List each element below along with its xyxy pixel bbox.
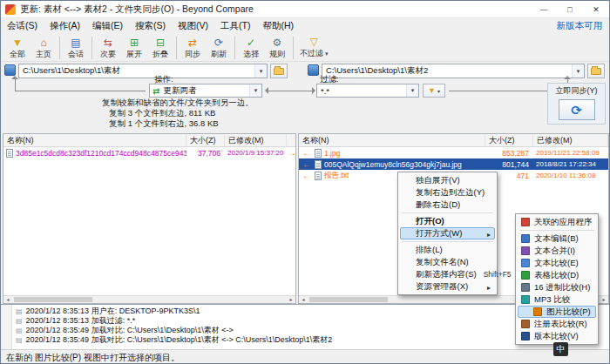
toolbar-rules-button[interactable]: ⚙ 规则 (264, 35, 290, 61)
new-version-link[interactable]: 新版本可用 (557, 20, 603, 32)
column-header-modified[interactable]: 已修改(M) (225, 134, 287, 146)
menu-actions[interactable]: 操作(A) (44, 18, 86, 34)
column-header-size[interactable]: 大小(Z) (186, 134, 225, 146)
openwith-text-edit[interactable]: 文本编辑(B) (518, 233, 596, 245)
scroll-right-icon[interactable]: ▸ (600, 296, 608, 303)
browse-right-button[interactable] (587, 64, 605, 78)
column-header-name[interactable]: 名称(N) (299, 134, 485, 146)
menu-edit[interactable]: 编辑(E) (86, 18, 129, 34)
text-compare-icon (521, 259, 530, 267)
open-with-submenu: 关联的应用程序 文本编辑(B) 文本合并(I) 文本比较(E) 表格比较(D) … (515, 213, 599, 345)
openwith-registry-compare[interactable]: 注册表比较(R) (518, 318, 596, 330)
toolbar-nofilter-button[interactable]: ▽ 不过滤▾ (296, 35, 332, 61)
openwith-hex-compare[interactable]: 16 进制比较(H) (518, 281, 596, 293)
toolbar-sync-label: 同步 (185, 50, 200, 58)
copy-to-right-summary: 复制 1 个文件到右边, 36.8 KB (109, 118, 219, 130)
file-row[interactable]: ← 1.jpg 853,287 2019/11/21 22:58:09 (299, 147, 608, 158)
update-both-icon: ⇄ (152, 86, 159, 96)
file-row[interactable]: 3d85e1c5dcd8c323df1210cd174ccd948c4875ce… (3, 147, 295, 158)
openwith-text-compare[interactable]: 文本比较(E) (518, 257, 596, 269)
sync-arrow-line (15, 78, 16, 91)
openwith-table-compare[interactable]: 表格比较(D) (518, 269, 596, 281)
table-compare-icon (521, 271, 530, 280)
toolbar-home-button[interactable]: ⌂ 主页 (30, 35, 57, 61)
toolbar-minor-button[interactable]: ⇆ 次要 (95, 35, 121, 61)
openwith-text-merge[interactable]: 文本合并(I) (518, 245, 596, 257)
context-open[interactable]: 打开(O) (400, 215, 495, 227)
file-row-selected[interactable]: ← 005QAlQqjw1emuy8cln56g304gkj7jau.jpg 8… (299, 158, 608, 170)
swap-icon: ⇄ (188, 37, 197, 50)
browse-left-button[interactable] (270, 64, 288, 78)
toolbar-home-label: 主页 (36, 50, 51, 58)
horizontal-scrollbar[interactable]: ◂ ▸ (3, 295, 295, 303)
log-entry-icon: ▤ (16, 335, 23, 345)
rules-gear-icon: ⚙ (273, 37, 282, 50)
toolbar-sessions-button[interactable]: ▤ 会话 (63, 35, 89, 61)
picture-compare-icon (533, 307, 542, 316)
context-open-with[interactable]: 打开方式(W) (400, 227, 495, 239)
minor-icon: ⇆ (104, 37, 112, 50)
chevron-down-icon[interactable] (572, 64, 584, 78)
file-name: 3d85e1c5dcd8c323df1210cd174ccd948c4875ce… (16, 149, 186, 158)
openwith-mp3-compare[interactable]: MP3 比较 (518, 293, 596, 306)
close-button[interactable]: ✕ (583, 1, 609, 17)
chevron-down-icon[interactable] (406, 84, 418, 97)
right-path-edit-icon[interactable] (308, 64, 319, 76)
toolbar-refresh-button[interactable]: ⟳ 刷新 (206, 35, 232, 61)
window-title: 更新: 素材 <--> 素材2 - 文件夹同步(O) - Beyond Comp… (20, 3, 254, 16)
toolbar-sync-button[interactable]: ⇄ 同步 (180, 35, 206, 61)
toolbar-minor-label: 次要 (100, 50, 116, 58)
maximize-button[interactable]: □ (557, 1, 583, 17)
toolbar-expand-label: 展开 (126, 50, 142, 58)
column-header-size[interactable]: 大小(Z) (485, 134, 533, 146)
context-expand-alone[interactable]: 独自展开(V) (400, 174, 495, 186)
action-combobox[interactable]: ⇄ 更新两者 (149, 84, 262, 98)
status-text: 在新的 图片比较(P) 视图中打开选择的项目。 (6, 352, 180, 364)
menu-help[interactable]: 帮助(H) (256, 18, 300, 34)
chevron-down-icon[interactable] (254, 64, 267, 78)
context-copy-filename[interactable]: 复制文件名(N) (400, 256, 495, 268)
scroll-left-icon[interactable]: ◂ (299, 296, 308, 303)
minimize-button[interactable]: — (531, 1, 557, 17)
action-value: 更新两者 (159, 85, 249, 97)
openwith-associated-app[interactable]: 关联的应用程序 (518, 216, 596, 228)
context-exclude[interactable]: 排除(L) (400, 244, 495, 256)
sync-now-button[interactable]: ⟳ (559, 99, 595, 120)
menu-session[interactable]: 会话(S) (1, 18, 44, 34)
toolbar-all-button[interactable]: ▼ 全部 (4, 35, 30, 61)
context-menu: 独自展开(V) 复制右边到左边(Y) 删除右边(D) 打开(O) 打开方式(W)… (397, 172, 498, 295)
toolbar-separator (293, 37, 294, 59)
log-entry-icon: ▤ (16, 326, 23, 335)
file-size: 853,287 (485, 149, 533, 158)
scrollbar-thumb[interactable] (14, 297, 92, 302)
menu-search[interactable]: 搜索(S) (129, 18, 172, 34)
filter-combobox[interactable]: *.* (316, 84, 419, 98)
filter-options-button[interactable]: ▼ (423, 84, 445, 98)
menu-separator (519, 230, 594, 231)
scroll-left-icon[interactable]: ◂ (3, 296, 12, 303)
column-header-name[interactable]: 名称(N) (3, 134, 186, 146)
chevron-down-icon[interactable] (249, 84, 261, 97)
left-path-combobox[interactable]: C:\Users\1\Desktop\1\素材 (18, 64, 268, 78)
scroll-right-icon[interactable]: ▸ (287, 296, 295, 303)
context-copy-right-to-left[interactable]: 复制右边到左边(Y) (400, 186, 495, 199)
menu-tools[interactable]: 工具(T) (214, 18, 256, 34)
submenu-arrow-icon (480, 229, 491, 239)
toolbar-separator (92, 37, 92, 59)
context-refresh-selection[interactable]: 刷新选择内容(S)Shift+F5 (400, 268, 495, 280)
openwith-picture-compare[interactable]: 图片比较(P) (518, 306, 596, 318)
left-pane-header: 名称(N) 大小(Z) 已修改(M) (3, 134, 295, 147)
toolbar-collapse-button[interactable]: ⊟ 折叠 (147, 35, 173, 61)
context-delete-right[interactable]: 删除右边(D) (400, 199, 495, 211)
toolbar-refresh-label: 刷新 (211, 50, 227, 58)
log-gutter (1, 305, 12, 349)
scrollbar-thumb[interactable] (309, 297, 388, 302)
toolbar-select-button[interactable]: ✓ 选择 (238, 35, 264, 61)
ime-indicator[interactable]: 中 (553, 342, 568, 356)
right-path-combobox[interactable]: C:\Users\1\Desktop\1\素材2 (322, 64, 585, 78)
context-explorer[interactable]: 资源管理器(X) (400, 280, 495, 293)
toolbar-expand-button[interactable]: ⊞ 展开 (121, 35, 147, 61)
openwith-version-compare[interactable]: 版本比较(V) (518, 330, 596, 342)
menu-view[interactable]: 视图(V) (172, 18, 214, 34)
column-header-modified[interactable]: 已修改(M) (533, 134, 608, 146)
